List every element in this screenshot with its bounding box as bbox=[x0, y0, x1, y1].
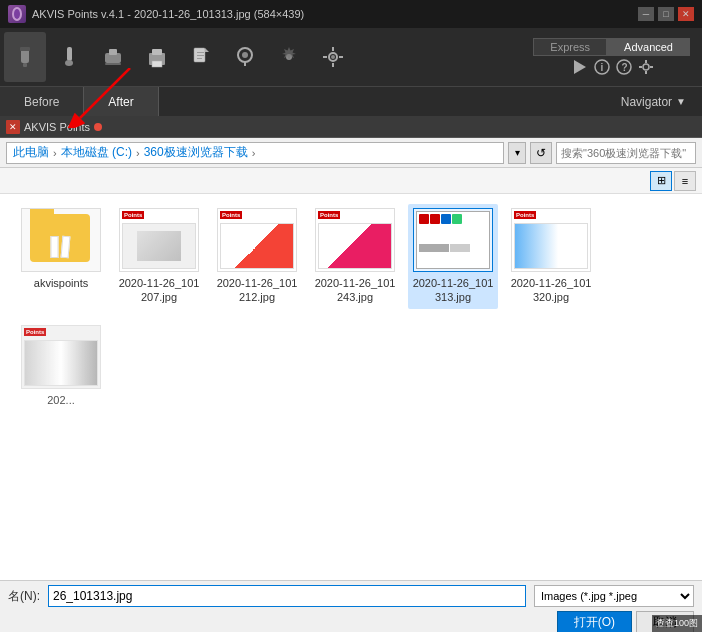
path-computer[interactable]: 此电脑 bbox=[13, 144, 49, 161]
settings-gear-icon[interactable] bbox=[638, 59, 654, 75]
address-dropdown[interactable]: ▾ bbox=[508, 142, 526, 164]
svg-rect-36 bbox=[645, 71, 647, 74]
list-item[interactable]: Points 202... bbox=[16, 321, 106, 411]
file-name: akvispoints bbox=[34, 276, 88, 290]
help-icon[interactable]: ? bbox=[616, 59, 632, 75]
address-bar: 此电脑 › 本地磁盘 (C:) › 360极速浏览器下载 › ▾ ↺ bbox=[0, 138, 702, 168]
watermark: 查查100图 bbox=[652, 615, 702, 632]
filename-row: 名(N): Images (*.jpg *.jpeg bbox=[8, 585, 694, 607]
list-item[interactable]: Points 2020-11-26_101212.jpg bbox=[212, 204, 302, 309]
file-thumb: Points bbox=[119, 208, 199, 272]
file-name: 2020-11-26_101212.jpg bbox=[217, 276, 298, 305]
file-browser: 此电脑 › 本地磁盘 (C:) › 360极速浏览器下载 › ▾ ↺ ⊞ ≡ bbox=[0, 138, 702, 580]
list-item[interactable]: Points 2020-11-26_101207.jpg bbox=[114, 204, 204, 309]
svg-rect-14 bbox=[152, 61, 162, 67]
svg-rect-16 bbox=[197, 52, 204, 53]
file-thumb: Points bbox=[217, 208, 297, 272]
main-toolbar: Express Advanced i ? bbox=[0, 28, 702, 86]
tool-stamp[interactable] bbox=[92, 32, 134, 82]
tab-express[interactable]: Express bbox=[533, 38, 607, 56]
filename-label: 名(N): bbox=[8, 588, 40, 605]
svg-marker-29 bbox=[574, 60, 586, 74]
play-icon[interactable] bbox=[570, 58, 588, 76]
file-name: 2020-11-26_101207.jpg bbox=[119, 276, 200, 305]
btn-row: 打开(O) 取消 bbox=[8, 611, 694, 632]
window-title: AKVIS Points v.4.1 - 2020-11-26_101313.j… bbox=[32, 8, 638, 20]
file-thumb: Points bbox=[511, 208, 591, 272]
navigator-tab[interactable]: Navigator ▼ bbox=[605, 87, 702, 116]
restore-button[interactable]: □ bbox=[658, 7, 674, 21]
svg-point-24 bbox=[331, 55, 335, 59]
panels-row: Before After Navigator ▼ bbox=[0, 86, 702, 116]
file-thumb: Points bbox=[315, 208, 395, 272]
svg-rect-28 bbox=[339, 56, 343, 58]
file-name: 202... bbox=[47, 393, 75, 407]
minimize-button[interactable]: ─ bbox=[638, 7, 654, 21]
filename-input[interactable] bbox=[48, 585, 526, 607]
svg-text:i: i bbox=[600, 62, 603, 73]
svg-rect-27 bbox=[323, 56, 327, 58]
window-controls: ─ □ ✕ bbox=[638, 7, 694, 21]
search-input[interactable] bbox=[556, 142, 696, 164]
svg-rect-4 bbox=[21, 49, 29, 63]
preview-status-dot bbox=[94, 123, 102, 131]
list-item[interactable]: akvispoints bbox=[16, 204, 106, 309]
svg-rect-11 bbox=[105, 63, 121, 65]
file-thumb bbox=[413, 208, 493, 272]
info-icon[interactable]: i bbox=[594, 59, 610, 75]
refresh-button[interactable]: ↺ bbox=[530, 142, 552, 164]
mode-tabs: Express Advanced bbox=[533, 38, 690, 56]
preview-close-icon[interactable]: ✕ bbox=[6, 120, 20, 134]
file-thumb bbox=[21, 208, 101, 272]
file-thumb: Points bbox=[21, 325, 101, 389]
svg-rect-5 bbox=[23, 63, 27, 67]
open-button[interactable]: 打开(O) bbox=[557, 611, 632, 632]
address-path: 此电脑 › 本地磁盘 (C:) › 360极速浏览器下载 › bbox=[6, 142, 504, 164]
list-item[interactable]: Points 2020-11-26_101320.jpg bbox=[506, 204, 596, 309]
svg-rect-18 bbox=[197, 58, 202, 59]
bottom-bar: 名(N): Images (*.jpg *.jpeg 打开(O) 取消 bbox=[0, 580, 702, 632]
tab-before[interactable]: Before bbox=[0, 87, 84, 116]
svg-rect-25 bbox=[332, 47, 334, 51]
tool-pencil[interactable] bbox=[4, 32, 46, 82]
title-bar: AKVIS Points v.4.1 - 2020-11-26_101313.j… bbox=[0, 0, 702, 28]
filetype-select[interactable]: Images (*.jpg *.jpeg bbox=[534, 585, 694, 607]
svg-rect-26 bbox=[332, 63, 334, 67]
path-drive[interactable]: 本地磁盘 (C:) bbox=[61, 144, 132, 161]
svg-rect-38 bbox=[650, 66, 653, 68]
list-item[interactable]: 2020-11-26_101313.jpg bbox=[408, 204, 498, 309]
tool-brush[interactable] bbox=[48, 32, 90, 82]
tab-advanced[interactable]: Advanced bbox=[607, 38, 690, 56]
svg-rect-35 bbox=[645, 60, 647, 63]
svg-point-1 bbox=[14, 9, 20, 19]
tool-document[interactable] bbox=[180, 32, 222, 82]
path-sep-1: › bbox=[53, 147, 57, 159]
preview-label: AKVIS Points bbox=[24, 121, 90, 133]
tab-after[interactable]: After bbox=[84, 87, 158, 116]
tool-filter[interactable] bbox=[224, 32, 266, 82]
svg-point-34 bbox=[643, 64, 649, 70]
path-sep-3: › bbox=[252, 147, 256, 159]
path-folder[interactable]: 360极速浏览器下载 bbox=[144, 144, 248, 161]
file-name: 2020-11-26_101313.jpg bbox=[413, 276, 494, 305]
list-item[interactable]: Points 2020-11-26_101243.jpg bbox=[310, 204, 400, 309]
view-list[interactable]: ≡ bbox=[674, 171, 696, 191]
path-sep-2: › bbox=[136, 147, 140, 159]
file-name: 2020-11-26_101243.jpg bbox=[315, 276, 396, 305]
close-button[interactable]: ✕ bbox=[678, 7, 694, 21]
toolbar-right: Express Advanced i ? bbox=[533, 38, 698, 76]
svg-rect-7 bbox=[67, 47, 72, 61]
svg-rect-13 bbox=[152, 49, 162, 55]
view-large-icons[interactable]: ⊞ bbox=[650, 171, 672, 191]
app-icon bbox=[8, 5, 26, 23]
tool-gear[interactable] bbox=[312, 32, 354, 82]
navigator-arrow-icon: ▼ bbox=[676, 96, 686, 107]
file-name: 2020-11-26_101320.jpg bbox=[511, 276, 592, 305]
svg-point-20 bbox=[242, 52, 248, 58]
svg-rect-17 bbox=[197, 55, 204, 56]
svg-rect-6 bbox=[20, 47, 30, 51]
tool-print[interactable] bbox=[136, 32, 178, 82]
tool-settings[interactable] bbox=[268, 32, 310, 82]
svg-text:?: ? bbox=[621, 62, 627, 73]
toolbar-icons-right: i ? bbox=[570, 58, 654, 76]
